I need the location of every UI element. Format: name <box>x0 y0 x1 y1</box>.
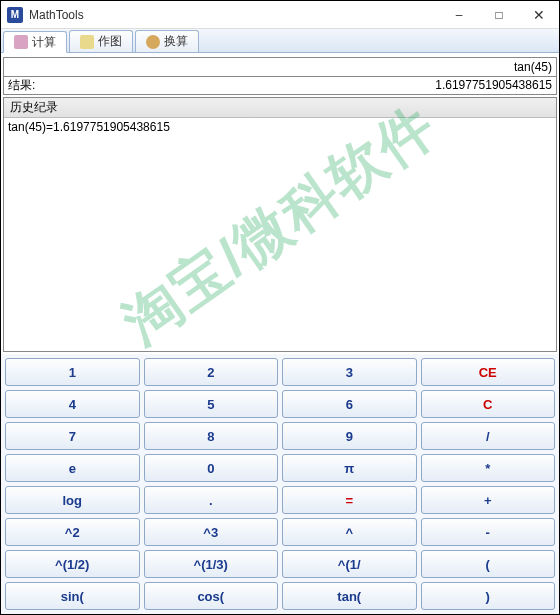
key-[interactable]: ( <box>421 550 556 578</box>
close-button[interactable]: ✕ <box>519 1 559 28</box>
tab-bar: 计算 作图 换算 <box>1 29 559 53</box>
plot-icon <box>80 35 94 49</box>
key-c[interactable]: C <box>421 390 556 418</box>
calc-icon <box>14 35 28 49</box>
key-[interactable]: * <box>421 454 556 482</box>
tab-convert[interactable]: 换算 <box>135 30 199 52</box>
key-6[interactable]: 6 <box>282 390 417 418</box>
key-2[interactable]: ^2 <box>5 518 140 546</box>
key-cos[interactable]: cos( <box>144 582 279 610</box>
key-ce[interactable]: CE <box>421 358 556 386</box>
key-3[interactable]: ^3 <box>144 518 279 546</box>
key-9[interactable]: 9 <box>282 422 417 450</box>
key-[interactable]: π <box>282 454 417 482</box>
key-3[interactable]: 3 <box>282 358 417 386</box>
content-area: tan(45) 结果: 1.6197751905438615 历史纪录 tan(… <box>1 53 559 614</box>
convert-icon <box>146 35 160 49</box>
key-log[interactable]: log <box>5 486 140 514</box>
key-1[interactable]: 1 <box>5 358 140 386</box>
key-[interactable]: ) <box>421 582 556 610</box>
result-label: 结果: <box>4 77 39 94</box>
window-title: MathTools <box>29 8 439 22</box>
key-[interactable]: ^ <box>282 518 417 546</box>
key-0[interactable]: 0 <box>144 454 279 482</box>
key-[interactable]: / <box>421 422 556 450</box>
key-[interactable]: - <box>421 518 556 546</box>
history-panel: 历史纪录 tan(45)=1.6197751905438615 淘宝/微科软件 <box>3 97 557 352</box>
key-tan[interactable]: tan( <box>282 582 417 610</box>
history-entry: tan(45)=1.6197751905438615 <box>8 120 552 134</box>
key-[interactable]: . <box>144 486 279 514</box>
maximize-button[interactable]: □ <box>479 1 519 28</box>
key-12[interactable]: ^(1/2) <box>5 550 140 578</box>
key-sin[interactable]: sin( <box>5 582 140 610</box>
app-window: M MathTools – □ ✕ 计算 作图 换算 tan(45) 结果: 1… <box>0 0 560 615</box>
result-row: 结果: 1.6197751905438615 <box>3 77 557 95</box>
key-1[interactable]: ^(1/ <box>282 550 417 578</box>
expression-input[interactable]: tan(45) <box>3 57 557 77</box>
keypad: 123CE456C789/e0π*log.=+^2^3^-^(1/2)^(1/3… <box>1 354 559 614</box>
result-value: 1.6197751905438615 <box>39 77 556 94</box>
tab-plot[interactable]: 作图 <box>69 30 133 52</box>
key-[interactable]: + <box>421 486 556 514</box>
titlebar: M MathTools – □ ✕ <box>1 1 559 29</box>
window-controls: – □ ✕ <box>439 1 559 28</box>
tab-label: 换算 <box>164 33 188 50</box>
key-7[interactable]: 7 <box>5 422 140 450</box>
tab-label: 计算 <box>32 34 56 51</box>
key-e[interactable]: e <box>5 454 140 482</box>
key-2[interactable]: 2 <box>144 358 279 386</box>
key-8[interactable]: 8 <box>144 422 279 450</box>
key-4[interactable]: 4 <box>5 390 140 418</box>
history-header: 历史纪录 <box>4 98 556 118</box>
app-icon: M <box>7 7 23 23</box>
key-13[interactable]: ^(1/3) <box>144 550 279 578</box>
key-[interactable]: = <box>282 486 417 514</box>
minimize-button[interactable]: – <box>439 1 479 28</box>
key-5[interactable]: 5 <box>144 390 279 418</box>
tab-label: 作图 <box>98 33 122 50</box>
history-body: tan(45)=1.6197751905438615 <box>4 118 556 136</box>
tab-calculate[interactable]: 计算 <box>3 31 67 53</box>
